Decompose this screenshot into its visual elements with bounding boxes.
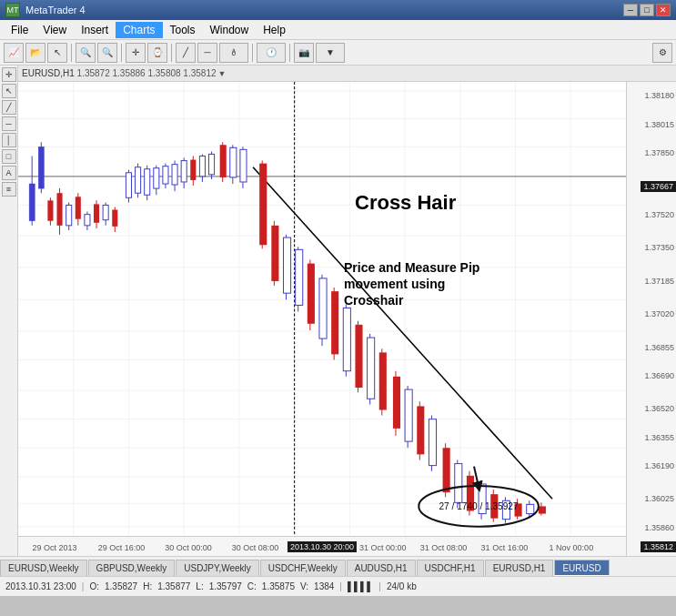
price-current-1.37667: 1.37667 [641, 181, 676, 192]
menu-charts[interactable]: Charts [116, 22, 162, 38]
tb-template[interactable]: ▼ [316, 43, 345, 63]
menu-tools[interactable]: Tools [163, 22, 203, 38]
svg-rect-56 [163, 167, 168, 184]
price-1.37350: 1.37350 [644, 243, 674, 252]
svg-rect-28 [29, 184, 35, 221]
svg-rect-30 [38, 146, 44, 188]
svg-rect-50 [136, 167, 141, 194]
tb-hline[interactable]: ─ [197, 43, 217, 63]
tab-usdchf-weekly[interactable]: USDCHF,Weekly [260, 560, 346, 576]
svg-rect-72 [240, 149, 247, 182]
svg-rect-58 [172, 165, 177, 185]
tb-crosshair[interactable]: ✛ [126, 43, 146, 63]
price-1.36520: 1.36520 [644, 404, 674, 413]
svg-text:27 / 1740 / 1.35927: 27 / 1740 / 1.35927 [439, 501, 518, 511]
status-bar: 2013.10.31 23:00 | O: 1.35827 H: 1.35877… [0, 576, 676, 596]
tb-screenshot[interactable]: 📷 [294, 43, 314, 63]
app-icon: MT [5, 3, 20, 17]
status-low-val: 1.35797 [209, 581, 242, 591]
tb-new-chart[interactable]: 📈 [4, 43, 24, 63]
tb-zoom-in[interactable]: 🔍 [76, 43, 96, 63]
status-close-label: C: [247, 581, 257, 591]
tb-sep-5 [289, 44, 290, 62]
tab-eurusd-weekly[interactable]: EURUSD,Weekly [0, 560, 87, 576]
svg-rect-36 [66, 205, 72, 225]
status-vol-label: V: [300, 581, 308, 591]
svg-rect-54 [154, 168, 159, 188]
chart-symbol: EURUSD,H1 [22, 68, 75, 78]
chart-dropdown[interactable]: ▼ [218, 69, 227, 78]
tb-cursor[interactable]: ↖ [47, 43, 67, 63]
tab-audusd-h1[interactable]: AUDUSD,H1 [347, 560, 416, 576]
minimize-button[interactable]: ─ [623, 4, 638, 16]
time-29oct2013: 29 Oct 2013 [33, 543, 77, 552]
price-1.36690: 1.36690 [644, 371, 674, 380]
tb-candlestick[interactable]: 🕯 [219, 43, 248, 63]
svg-rect-46 [112, 210, 117, 227]
lt-arrow[interactable]: ↖ [2, 84, 16, 98]
tab-usdjpy-weekly[interactable]: USDJPY,Weekly [176, 560, 259, 576]
tb-zoom-out[interactable]: 🔍 [97, 43, 117, 63]
menu-bar: File View Insert Charts Tools Window Hel… [0, 20, 676, 40]
svg-rect-90 [343, 308, 350, 370]
main-area: ✛ ↖ ╱ ─ │ □ A ≡ EURUSD,H1 1.35872 1.3588… [0, 66, 676, 556]
menu-window[interactable]: Window [203, 22, 257, 38]
lt-vline[interactable]: │ [2, 133, 16, 147]
price-scale: 1.38180 1.38015 1.37850 1.37667 1.37520 … [626, 82, 676, 556]
svg-rect-52 [145, 169, 150, 196]
svg-rect-98 [393, 377, 400, 429]
left-toolbar: ✛ ↖ ╱ ─ │ □ A ≡ [0, 66, 18, 556]
menu-help[interactable]: Help [256, 22, 293, 38]
lt-rect[interactable]: □ [2, 149, 16, 164]
close-button[interactable]: ✕ [656, 4, 671, 16]
tab-eurusd-active[interactable]: EURUSD [554, 560, 609, 576]
price-1.37850: 1.37850 [644, 148, 674, 157]
time-1nov00: 1 Nov 00:00 [550, 543, 594, 552]
chart-tabs: EURUSD,Weekly GBPUSD,Weekly USDJPY,Weekl… [0, 556, 676, 576]
maximize-button[interactable]: □ [640, 4, 654, 16]
title-bar: MT MetaTrader 4 ─ □ ✕ [0, 0, 676, 20]
menu-file[interactable]: File [4, 22, 35, 38]
tb-sep-4 [252, 44, 253, 62]
status-high-val: 1.35877 [157, 581, 190, 591]
status-vol-val: 1384 [314, 581, 334, 591]
time-31oct00: 31 Oct 00:00 [359, 543, 407, 552]
tb-line[interactable]: ╱ [176, 43, 196, 63]
status-close-val: 1.35875 [262, 581, 295, 591]
svg-rect-44 [103, 205, 108, 219]
tb-clock[interactable]: 🕐 [257, 43, 286, 63]
tab-eurusd-h1[interactable]: EURUSD,H1 [485, 560, 554, 576]
status-high-label: H: [143, 581, 152, 591]
lt-text[interactable]: A [2, 166, 16, 180]
menu-view[interactable]: View [35, 22, 74, 38]
lt-crosshair[interactable]: ✛ [2, 67, 16, 82]
lt-hline[interactable]: ─ [2, 116, 16, 131]
status-open-label: O: [89, 581, 99, 591]
price-1.38180: 1.38180 [644, 91, 674, 100]
tab-usdchf-h1[interactable]: USDCHF,H1 [417, 560, 484, 576]
svg-rect-78 [271, 226, 278, 281]
menu-insert[interactable]: Insert [74, 22, 116, 38]
lt-line[interactable]: ╱ [2, 100, 16, 115]
time-30oct20-highlighted: 2013.10.30 20:00 [288, 541, 357, 552]
svg-rect-40 [85, 215, 90, 226]
svg-rect-82 [296, 249, 303, 305]
svg-rect-84 [308, 264, 315, 324]
svg-rect-42 [94, 204, 99, 222]
tb-period[interactable]: ⌚ [147, 43, 167, 63]
svg-rect-60 [181, 161, 187, 182]
svg-rect-70 [230, 147, 237, 177]
svg-rect-92 [355, 325, 362, 388]
tb-sep-2 [121, 44, 122, 62]
chart-container: EURUSD,H1 1.35872 1.35886 1.35808 1.3581… [18, 66, 676, 556]
svg-rect-76 [259, 164, 267, 246]
price-1.36855: 1.36855 [644, 343, 674, 352]
tb-open[interactable]: 📂 [25, 43, 45, 63]
title-bar-buttons: ─ □ ✕ [623, 4, 671, 16]
tb-expert[interactable]: ⚙ [652, 43, 672, 63]
toolbar: 📈 📂 ↖ 🔍 🔍 ✛ ⌚ ╱ ─ 🕯 🕐 📷 ▼ ⚙ [0, 40, 676, 66]
price-1.37185: 1.37185 [644, 277, 674, 286]
lt-fib[interactable]: ≡ [2, 182, 16, 197]
tab-gbpusd-weekly[interactable]: GBPUSD,Weekly [88, 560, 176, 576]
time-29oct16: 29 Oct 16:00 [98, 543, 146, 552]
